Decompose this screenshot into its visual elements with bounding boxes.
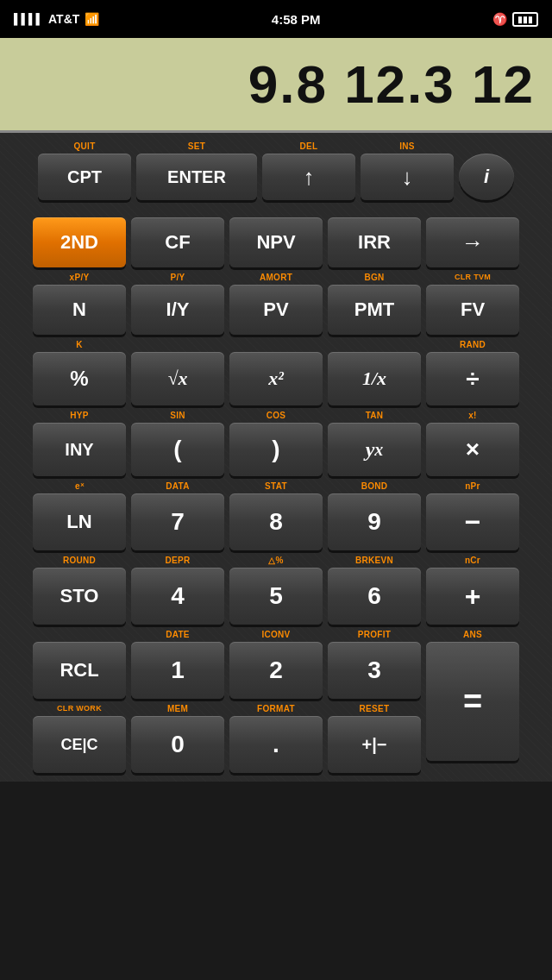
right-arrow-button[interactable]: →: [426, 217, 519, 267]
row-n: xP/Y N P/Y I/Y AMORT PV BGN PMT CLR TVM …: [9, 273, 543, 335]
close-top: COS: [267, 411, 286, 423]
status-right: ♈ ▮▮▮: [492, 12, 538, 27]
divide-button[interactable]: ÷: [426, 352, 519, 405]
div-top: RAND: [460, 340, 486, 352]
down-button[interactable]: ↓: [361, 154, 454, 200]
dot-cell: FORMAT .: [229, 704, 323, 773]
rcl-button[interactable]: RCL: [33, 642, 126, 699]
fv-button[interactable]: FV: [426, 285, 519, 335]
pv-top: AMORT: [260, 273, 292, 285]
pct-top: K: [76, 340, 83, 352]
minus-button[interactable]: −: [426, 493, 519, 550]
6-button[interactable]: 6: [328, 568, 421, 625]
sto-button[interactable]: STO: [33, 568, 126, 625]
ln-button[interactable]: LN: [33, 493, 126, 550]
status-bar: ▌▌▌▌ AT&T 📶 4:58 PM ♈ ▮▮▮: [0, 0, 552, 38]
2nd-cell: 2ND: [33, 205, 126, 267]
cpt-button[interactable]: CPT: [38, 154, 131, 200]
irr-cell: IRR: [328, 205, 421, 267]
8-button[interactable]: 8: [229, 493, 323, 550]
0-button[interactable]: 0: [131, 716, 224, 773]
row-rcl-area: RCL DATE 1 ICONV 2 PROFIT 3 CLR WORK: [9, 630, 543, 773]
4-button[interactable]: 4: [131, 568, 224, 625]
up-button[interactable]: ↑: [262, 154, 355, 200]
reciprocal-button[interactable]: 1/x: [328, 352, 421, 405]
close-cell: COS ): [229, 411, 323, 476]
iy-button[interactable]: I/Y: [131, 285, 224, 335]
iny-button[interactable]: INY: [33, 423, 126, 476]
cec-button[interactable]: CE|C: [33, 716, 126, 773]
n4-top: DEPR: [166, 556, 191, 568]
pm-cell: RESET +|−: [328, 704, 421, 773]
n0-cell: MEM 0: [131, 704, 224, 773]
equals-button[interactable]: =: [426, 642, 519, 761]
plusminus-button[interactable]: +|−: [328, 716, 421, 773]
iy-top: P/Y: [170, 273, 185, 285]
enter-cell: SET ENTER: [136, 141, 257, 200]
pmt-button[interactable]: PMT: [328, 285, 421, 335]
mult-cell: x! ×: [426, 411, 519, 476]
iny-cell: HYP INY: [33, 411, 126, 476]
n7-top: DATA: [166, 481, 190, 493]
n9-cell: BOND 9: [328, 481, 421, 550]
fv-cell: CLR TVM FV: [426, 273, 519, 335]
carrier-label: AT&T: [48, 12, 79, 26]
enter-top-label: SET: [188, 141, 205, 154]
calculator-display: 9.8 12.3 12: [0, 38, 552, 133]
eq-top: ANS: [426, 630, 519, 642]
3-button[interactable]: 3: [328, 642, 421, 699]
rcl-cell: RCL: [33, 630, 126, 699]
left-cols: RCL DATE 1 ICONV 2 PROFIT 3 CLR WORK: [33, 630, 421, 773]
n-button[interactable]: N: [33, 285, 126, 335]
open-paren-button[interactable]: (: [131, 423, 224, 476]
cpt-top-label: QUIT: [73, 141, 95, 154]
9-button[interactable]: 9: [328, 493, 421, 550]
yx-top: TAN: [366, 411, 384, 423]
n3-top: PROFIT: [358, 630, 391, 642]
cf-cell: CF: [131, 205, 224, 267]
npv-button[interactable]: NPV: [229, 217, 323, 267]
iy-cell: P/Y I/Y: [131, 273, 224, 335]
open-top: SIN: [170, 411, 185, 423]
row-ln: eˣ LN DATA 7 STAT 8 BOND 9 nPr −: [9, 481, 543, 550]
yx-button[interactable]: yx: [328, 423, 421, 476]
n6-cell: BRKEVN 6: [328, 556, 421, 625]
wifi-icon: 📶: [85, 12, 99, 26]
cf-button[interactable]: CF: [131, 217, 224, 267]
cpt-cell: QUIT CPT: [38, 141, 131, 200]
time-display: 4:58 PM: [272, 12, 321, 27]
decimal-button[interactable]: .: [229, 716, 323, 773]
minus-cell: nPr −: [426, 481, 519, 550]
pct-cell: K %: [33, 340, 126, 405]
n8-top: STAT: [265, 481, 287, 493]
multiply-button[interactable]: ×: [426, 423, 519, 476]
info-cell: i: [459, 141, 514, 200]
2nd-button[interactable]: 2ND: [33, 217, 126, 267]
info-button[interactable]: i: [459, 154, 514, 200]
sqrt-button[interactable]: √x: [131, 352, 224, 405]
row-iny: HYP INY SIN ( COS ) TAN yx x! ×: [9, 411, 543, 476]
1-button[interactable]: 1: [131, 642, 224, 699]
irr-button[interactable]: IRR: [328, 217, 421, 267]
row-sto: ROUND STO DEPR 4 △% 5 BRKEVN 6 nCr +: [9, 556, 543, 625]
close-paren-button[interactable]: ): [229, 423, 323, 476]
n3-cell: PROFIT 3: [328, 630, 421, 699]
2-button[interactable]: 2: [229, 642, 323, 699]
pv-button[interactable]: PV: [229, 285, 323, 335]
enter-button[interactable]: ENTER: [136, 154, 257, 200]
percent-button[interactable]: %: [33, 352, 126, 405]
row-cpt: QUIT CPT SET ENTER DEL ↑ INS ↓ i: [9, 141, 543, 200]
xsquared-button[interactable]: x²: [229, 352, 323, 405]
5-button[interactable]: 5: [229, 568, 323, 625]
row-rcl: RCL DATE 1 ICONV 2 PROFIT 3: [33, 630, 421, 699]
7-button[interactable]: 7: [131, 493, 224, 550]
plus-button[interactable]: +: [426, 568, 519, 625]
xsq-cell: x²: [229, 340, 323, 405]
n5-cell: △% 5: [229, 556, 323, 625]
down-top-label: INS: [399, 141, 415, 154]
n1-top: DATE: [166, 630, 190, 642]
n7-cell: DATA 7: [131, 481, 224, 550]
row-2nd: 2ND CF NPV IRR →: [9, 205, 543, 267]
ln-cell: eˣ LN: [33, 481, 126, 550]
rarr-cell: →: [426, 205, 519, 267]
